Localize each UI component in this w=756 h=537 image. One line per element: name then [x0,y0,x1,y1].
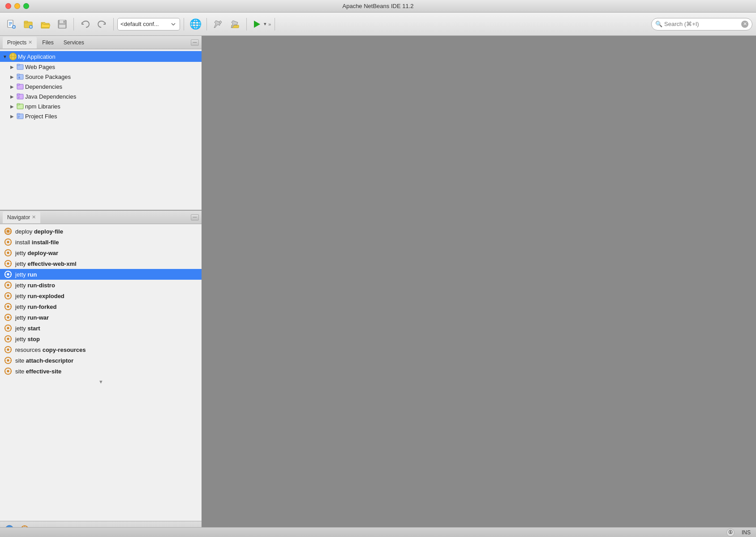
navigator-list: deploy deploy-file install install-file [0,224,202,521]
tab-navigator-label: Navigator [7,214,30,221]
tree-item-dependencies[interactable]: ▶ Dependencies [0,82,202,91]
gear-icon [4,291,13,300]
web-pages-icon [16,63,24,71]
search-icon: 🔍 [655,21,662,27]
undo-button[interactable] [77,16,93,32]
nav-item-jetty-run[interactable]: jetty run [0,269,202,280]
navigator-panel-header: Navigator ✕ — [0,211,202,224]
nav-label-jetty-run-exploded: jetty run-exploded [15,293,64,299]
svg-rect-15 [59,25,65,28]
project-files-expand-icon[interactable]: ▶ [9,113,15,119]
minimize-button[interactable] [14,3,20,9]
svg-point-51 [7,305,9,307]
gear-icon [4,367,13,376]
java-deps-expand-icon[interactable]: ▶ [9,93,15,100]
nav-item-jetty-run-forked[interactable]: jetty run-forked [0,301,202,312]
browser-button[interactable]: 🌐 [188,17,203,32]
search-box[interactable]: 🔍 ✕ [651,18,752,30]
navigator-panel-minimize[interactable]: — [191,214,199,221]
tree-root-item[interactable]: ▼ My Application [0,51,202,62]
redo-button[interactable] [94,16,110,32]
svg-point-53 [7,316,9,318]
npm-icon [16,102,24,110]
gear-icon [4,248,13,257]
nav-item-jetty-stop[interactable]: jetty stop [0,333,202,344]
tree-item-java-dependencies[interactable]: ▶ J Java Dependencies [0,91,202,101]
tree-item-source-packages[interactable]: ▶ s Source Packages [0,72,202,82]
main-toolbar: <default conf... 🌐 ▾ » 🔍 ✕ [0,13,756,36]
nav-item-jetty-run-exploded[interactable]: jetty run-exploded [0,290,202,301]
navigator-panel: Navigator ✕ — [0,211,202,537]
tab-services[interactable]: Services [59,37,89,48]
gear-icon [4,324,13,333]
nav-label-jetty-start: jetty start [15,325,40,332]
run-play-icon [250,18,263,30]
nav-label-jetty-run-distro: jetty run-distro [15,282,55,289]
tab-services-label: Services [64,39,84,46]
gear-icon [4,313,13,322]
new-file-button[interactable] [4,16,19,32]
gear-icon [4,356,13,365]
open-button[interactable] [38,16,53,32]
left-panel: Projects ✕ Files Services — ▼ [0,36,202,537]
tab-navigator[interactable]: Navigator ✕ [3,212,40,223]
gear-icon [4,227,13,236]
projects-panel: Projects ✕ Files Services — ▼ [0,36,202,211]
config-dropdown[interactable]: <default conf... [117,18,180,30]
tab-navigator-close[interactable]: ✕ [32,214,36,220]
root-expand-icon[interactable]: ▼ [2,53,8,60]
svg-marker-17 [254,21,260,28]
nav-label-site-attach-descriptor: site attach-descriptor [15,357,73,364]
nav-label-jetty-stop: jetty stop [15,336,40,342]
tree-item-web-pages[interactable]: ▶ Web Pages [0,62,202,72]
nav-item-site-attach-descriptor[interactable]: site attach-descriptor [0,355,202,366]
dependencies-expand-icon[interactable]: ▶ [9,83,15,90]
svg-rect-8 [24,21,28,23]
tab-files-label: Files [42,39,53,46]
nav-label-site-effective-site: site effective-site [15,368,61,375]
notification-badge[interactable]: ① [726,528,735,537]
nav-item-jetty-deploy-war[interactable]: jetty deploy-war [0,247,202,258]
tab-projects-close[interactable]: ✕ [28,39,32,45]
run-button[interactable]: ▾ [250,18,266,30]
search-input[interactable] [664,21,739,27]
projects-panel-minimize[interactable]: — [191,39,199,46]
nav-item-resources-copy-resources[interactable]: resources copy-resources [0,344,202,355]
svg-text:s: s [18,76,20,79]
maximize-button[interactable] [23,3,29,9]
new-project-button[interactable] [21,16,36,32]
nav-item-jetty-effective-web-xml[interactable]: jetty effective-web-xml [0,258,202,269]
svg-point-61 [7,359,9,361]
tab-projects[interactable]: Projects ✕ [3,37,37,48]
source-packages-expand-icon[interactable]: ▶ [9,74,15,80]
project-files-icon: P [16,112,24,120]
close-button[interactable] [5,3,11,9]
gear-icon [4,345,13,354]
nav-item-deploy-deploy-file[interactable]: deploy deploy-file [0,226,202,237]
window-controls [5,3,29,9]
save-button[interactable] [55,16,70,32]
projects-panel-header: Projects ✕ Files Services — [0,36,202,49]
web-pages-expand-icon[interactable]: ▶ [9,64,15,70]
nav-item-jetty-run-war[interactable]: jetty run-war [0,312,202,323]
tree-item-project-files[interactable]: ▶ P Project Files [0,111,202,121]
nav-label-deploy-deploy-file: deploy deploy-file [15,228,63,235]
svg-text:J: J [18,96,19,99]
clean-build-button[interactable] [228,16,243,32]
build-button[interactable] [210,16,226,32]
nav-item-jetty-run-distro[interactable]: jetty run-distro [0,280,202,290]
nav-item-jetty-start[interactable]: jetty start [0,323,202,333]
nav-item-site-effective-site[interactable]: site effective-site [0,366,202,377]
nav-item-install-install-file[interactable]: install install-file [0,237,202,247]
toolbar-separator-1 [73,18,74,30]
tree-item-npm-libraries[interactable]: ▶ npm Libraries [0,101,202,111]
svg-rect-14 [64,21,64,23]
gear-icon [4,302,13,311]
svg-point-47 [7,284,9,286]
run-more-icon[interactable]: » [268,22,271,27]
tab-files[interactable]: Files [38,37,58,48]
svg-rect-24 [17,74,20,75]
dropdown-arrow-icon [170,21,177,28]
npm-expand-icon[interactable]: ▶ [9,103,15,109]
search-clear-button[interactable]: ✕ [741,21,748,28]
